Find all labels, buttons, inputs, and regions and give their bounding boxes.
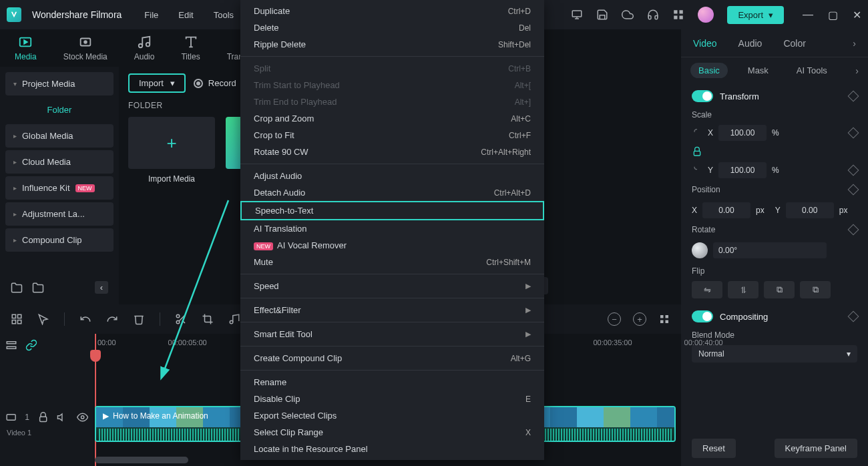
playhead[interactable]	[95, 334, 96, 466]
import-media-thumb[interactable]: + Import Media	[128, 117, 215, 184]
rp-subtab-mask[interactable]: Mask	[740, 63, 777, 78]
cloud-icon[interactable]	[622, 9, 634, 21]
lock-icon[interactable]	[692, 146, 702, 157]
flip-copy2-button[interactable]: ⧉	[800, 281, 831, 298]
cursor-icon[interactable]	[37, 313, 49, 325]
tab-stock-media[interactable]: Stock Media	[63, 35, 107, 61]
rp-tab-video[interactable]: Video	[693, 38, 717, 49]
sidebar-item-compound-clip[interactable]: ▸Compound Clip	[5, 228, 114, 252]
context-menu-item[interactable]: Rename	[240, 374, 544, 391]
context-menu-item[interactable]: AI Translation	[240, 220, 544, 237]
context-menu: DuplicateCtrl+DDeleteDelRipple DeleteShi…	[240, 0, 544, 460]
chevron-right-icon[interactable]: ›	[855, 65, 859, 76]
context-menu-item[interactable]: Speech-to-Text	[240, 201, 544, 220]
rotate-input[interactable]	[713, 242, 827, 258]
keyframe-diamond-icon[interactable]	[848, 91, 859, 102]
flip-vertical-button[interactable]: ⥮	[728, 281, 758, 298]
import-button[interactable]: Import▾	[128, 73, 186, 93]
tab-media[interactable]: Media	[15, 35, 37, 61]
flip-horizontal-button[interactable]: ⇋	[692, 281, 722, 298]
zoom-in-button[interactable]: +	[633, 312, 646, 326]
link-icon[interactable]	[25, 339, 37, 351]
collapse-sidebar-button[interactable]: ‹	[95, 281, 108, 294]
save-icon[interactable]	[596, 9, 608, 21]
context-menu-item[interactable]: Crop and ZoomAlt+C	[240, 110, 544, 127]
context-menu-item[interactable]: Ripple DeleteShift+Del	[240, 36, 544, 53]
timeline-scrollbar[interactable]	[95, 457, 188, 463]
context-menu-item[interactable]: Export Selected Clips	[240, 407, 544, 424]
sidebar-item-folder[interactable]: Folder	[5, 98, 114, 122]
context-menu-item[interactable]: Create Compound ClipAlt+G	[240, 350, 544, 367]
scale-y-input[interactable]	[718, 162, 767, 178]
context-menu-item[interactable]: Select Clip RangeX	[240, 424, 544, 441]
grid-icon[interactable]	[11, 313, 23, 325]
view-mode-icon[interactable]	[658, 313, 670, 325]
record-button[interactable]: Record▾	[194, 78, 246, 88]
sidebar-item-adjustment-layer[interactable]: ▸Adjustment La...	[5, 202, 114, 226]
compositing-toggle[interactable]	[692, 310, 713, 322]
context-menu-item[interactable]: DeleteDel	[240, 19, 544, 36]
delete-icon[interactable]	[133, 313, 145, 325]
menu-edit[interactable]: Edit	[178, 10, 193, 20]
keyframe-diamond-icon[interactable]	[848, 165, 859, 176]
export-label: Export	[738, 10, 763, 20]
context-menu-item[interactable]: Crop to FitCtrl+F	[240, 127, 544, 144]
context-menu-item[interactable]: DuplicateCtrl+D	[240, 3, 544, 19]
lock-icon[interactable]	[37, 411, 49, 423]
minimize-button[interactable]: —	[803, 9, 813, 21]
context-menu-item[interactable]: NEWAI Vocal Remover	[240, 237, 544, 254]
folder-icon[interactable]	[32, 282, 44, 294]
zoom-out-button[interactable]: −	[608, 312, 621, 326]
tab-titles[interactable]: Titles	[181, 35, 200, 61]
menu-tools[interactable]: Tools	[214, 10, 234, 20]
context-menu-item[interactable]: Smart Edit Tool▶	[240, 326, 544, 342]
pos-y-input[interactable]	[786, 202, 834, 218]
rp-subtab-basic[interactable]: Basic	[690, 63, 728, 78]
keyframe-diamond-icon[interactable]	[848, 184, 859, 196]
context-menu-item[interactable]: Detach AudioCtrl+Alt+D	[240, 184, 544, 201]
context-menu-item: SplitCtrl+B	[240, 60, 544, 77]
context-menu-item[interactable]: Effect&Filter▶	[240, 302, 544, 318]
context-menu-item[interactable]: Locate in the Resource Panel	[240, 441, 544, 457]
rp-tab-color[interactable]: Color	[783, 38, 805, 49]
tab-audio[interactable]: Audio	[134, 35, 155, 61]
rp-subtab-aitools[interactable]: AI Tools	[789, 63, 835, 78]
keyframe-diamond-icon[interactable]	[848, 128, 859, 139]
video-track-icon[interactable]	[5, 411, 17, 423]
flip-copy1-button[interactable]: ⧉	[764, 281, 795, 298]
sidebar-item-global-media[interactable]: ▸Global Media	[5, 124, 114, 148]
sidebar-item-cloud-media[interactable]: ▸Cloud Media	[5, 150, 114, 174]
new-folder-icon[interactable]	[11, 282, 23, 294]
apps-icon[interactable]	[672, 9, 684, 21]
close-button[interactable]: ✕	[853, 9, 861, 21]
keyframe-diamond-icon[interactable]	[848, 311, 859, 322]
headphones-icon[interactable]	[647, 9, 659, 21]
context-menu-item[interactable]: Rotate 90 CWCtrl+Alt+Right	[240, 144, 544, 160]
context-menu-item[interactable]: Disable ClipE	[240, 391, 544, 407]
chevron-right-icon[interactable]: ›	[853, 38, 856, 49]
tracks-icon[interactable]	[5, 339, 17, 351]
keyframe-panel-button[interactable]: Keyframe Panel	[775, 439, 858, 458]
pos-x-input[interactable]	[702, 202, 750, 218]
context-menu-item[interactable]: Adjust Audio	[240, 168, 544, 184]
context-menu-item[interactable]: Speed▶	[240, 278, 544, 294]
transform-toggle[interactable]	[692, 90, 713, 102]
rp-tab-audio[interactable]: Audio	[738, 38, 763, 49]
eye-icon[interactable]	[77, 411, 88, 423]
svg-rect-30	[7, 342, 16, 344]
export-button[interactable]: Export ▾	[727, 6, 784, 24]
keyframe-diamond-icon[interactable]	[848, 224, 859, 236]
avatar[interactable]	[698, 7, 714, 23]
context-menu-item[interactable]: MuteCtrl+Shift+M	[240, 254, 544, 270]
sidebar-item-influence-kit[interactable]: ▸Influence KitNEW	[5, 176, 114, 200]
rotate-dial[interactable]	[692, 242, 708, 258]
monitor-icon[interactable]	[571, 9, 583, 21]
menu-file[interactable]: File	[144, 10, 158, 20]
sidebar-item-project-media[interactable]: ▾Project Media	[5, 72, 114, 95]
maximize-button[interactable]: ▢	[828, 9, 838, 21]
redo-icon[interactable]	[106, 313, 118, 325]
scale-x-input[interactable]	[718, 125, 767, 141]
undo-icon[interactable]	[79, 313, 91, 325]
record-icon	[194, 79, 203, 88]
mute-icon[interactable]	[57, 411, 68, 423]
